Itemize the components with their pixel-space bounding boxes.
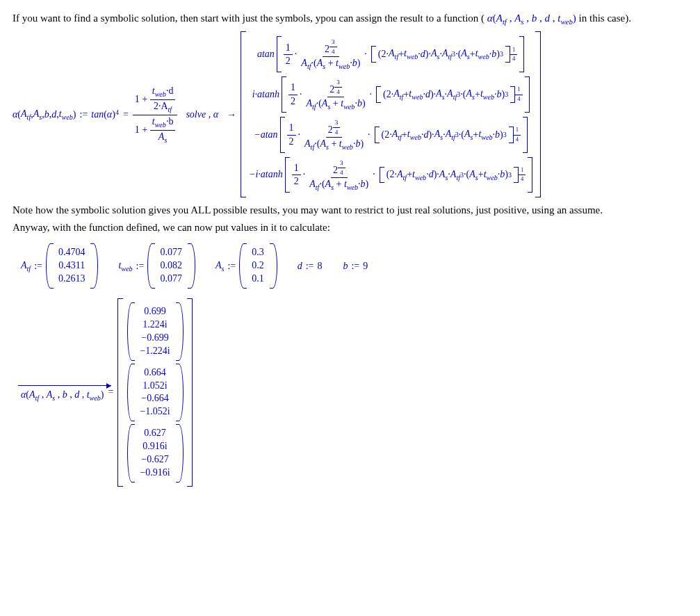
lhs-func: α(Atf , As , b , d , tweb) [13, 108, 76, 121]
numeric-result: α(Atf , As , b , d , tweb) = 0.6991.224i… [21, 298, 687, 487]
result-entry: −1.052i [140, 405, 170, 419]
calc-paragraph: Anyway, with the function defined, we ca… [13, 222, 687, 234]
d-def: d:=8 [298, 261, 323, 272]
result-entry: −1.224i [140, 345, 170, 358]
equals-op: = [119, 109, 133, 120]
vector-entry: 0.082 [160, 259, 182, 273]
result-entry: 1.052i [143, 380, 167, 393]
value-definitions: Atf:= 0.47040.43110.2613 tweb:= 0.0770.0… [21, 243, 687, 289]
result-group: 0.6270.916i−0.627−0.916i [127, 424, 182, 483]
arrow-op: → [222, 109, 241, 120]
vector-entry: 0.2613 [58, 273, 86, 286]
intro-text-b: in this case). [579, 13, 631, 24]
vector-entry: 0.077 [160, 246, 182, 259]
solution-row: atan12·234Atf·(As + tweb·b)·(2·Atf + twe… [257, 36, 524, 72]
vector-entry: 0.1 [252, 273, 264, 286]
vectorize-arrow: α(Atf , As , b , d , tweb) [21, 382, 104, 402]
b-def: b:=9 [343, 261, 368, 272]
vector-entry: 0.077 [160, 273, 182, 286]
result-entry: 1.224i [143, 318, 167, 332]
result-group: 0.6991.224i−0.699−1.224i [127, 302, 182, 361]
result-entry: −0.664 [141, 392, 168, 405]
solution-row: i·atanh12·234Atf·(As + tweb·b)·(2·Atf + … [252, 76, 530, 113]
vector-entry: 0.2 [252, 259, 264, 273]
vector-entry: 0.3 [252, 246, 264, 259]
result-group: 0.6641.052i−0.664−1.052i [127, 364, 182, 422]
result-outer-bracket: 0.6991.224i−0.699−1.224i0.6641.052i−0.66… [117, 298, 192, 487]
result-entry: −0.627 [141, 453, 168, 467]
assign-op: := [76, 109, 92, 120]
result-entry: −0.699 [141, 332, 168, 345]
Atf-def: Atf:= 0.47040.43110.2613 [21, 243, 97, 289]
solve-keyword: solve , α [181, 109, 222, 120]
result-entry: 0.627 [144, 427, 166, 440]
main-fraction: 1 + tweb·d 2·Atf 1 + tweb·b As [133, 86, 178, 144]
vector-entry: 0.4311 [58, 259, 85, 273]
tan-alpha-4: tan(α)4 [91, 109, 119, 120]
solutions-outer-bracket: atan12·234Atf·(As + tweb·b)·(2·Atf + twe… [241, 31, 541, 197]
symbolic-definition: α(Atf , As , b , d , tweb) := tan(α)4 = … [13, 31, 687, 197]
result-entry: 0.664 [144, 366, 166, 380]
intro-text-a: If you want to find a symbolic solution,… [13, 13, 487, 24]
solution-row: −atan12·234Atf·(As + tweb·b)·(2·Atf + tw… [254, 117, 528, 153]
result-entry: −0.916i [140, 467, 170, 480]
vector-entry: 0.4704 [58, 246, 86, 259]
result-entry: 0.699 [144, 305, 166, 318]
note-paragraph: Note how the symbolic solution gives you… [13, 204, 687, 216]
intro-paragraph: If you want to find a symbolic solution,… [13, 13, 687, 26]
result-entry: 0.916i [143, 440, 167, 453]
tweb-def: tweb:= 0.0770.0820.077 [118, 243, 194, 289]
As-def: As:= 0.30.20.1 [215, 243, 277, 289]
solution-row: −i·atanh12·234Atf·(As + tweb·b)·(2·Atf +… [249, 157, 532, 193]
